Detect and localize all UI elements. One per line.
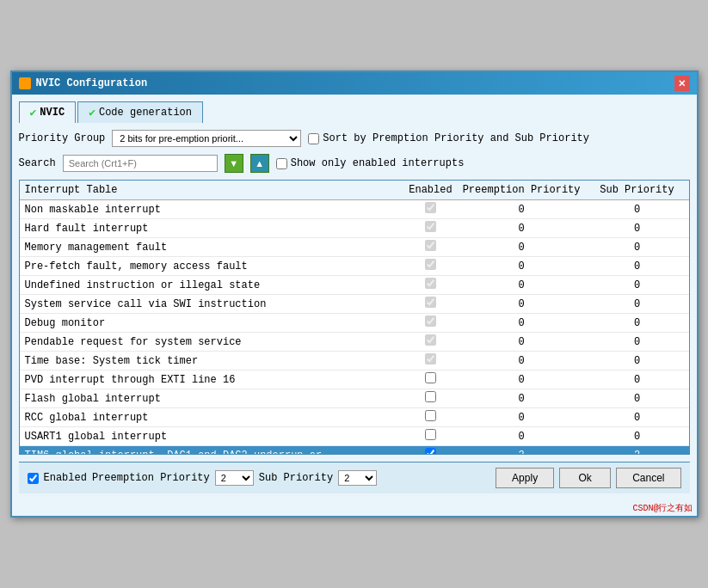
interrupt-enabled-cell[interactable] (403, 352, 457, 371)
interrupt-preemption: 0 (458, 352, 586, 371)
bottom-preemption-select[interactable]: 2013 (215, 470, 254, 486)
title-bar: NVIC Configuration ✕ (12, 72, 697, 95)
interrupt-enabled-checkbox[interactable] (425, 334, 436, 346)
table-row[interactable]: Hard fault interrupt00 (20, 219, 689, 238)
table-row[interactable]: System service call via SWI instruction0… (20, 295, 689, 314)
interrupt-enabled-cell[interactable] (403, 238, 457, 257)
interrupt-sub-priority: 0 (586, 389, 689, 408)
ok-button[interactable]: Ok (559, 468, 611, 488)
interrupt-sub-priority: 0 (586, 352, 689, 371)
interrupt-enabled-cell[interactable] (403, 333, 457, 352)
interrupt-enabled-cell[interactable] (403, 257, 457, 276)
tab-nvic-label: NVIC (40, 107, 65, 119)
arrow-up-button[interactable]: ▲ (250, 154, 269, 173)
interrupt-enabled-checkbox[interactable] (425, 448, 436, 455)
interrupt-enabled-cell[interactable] (403, 200, 457, 219)
interrupt-enabled-checkbox[interactable] (425, 372, 436, 383)
search-input[interactable] (63, 155, 218, 172)
app-icon (19, 77, 31, 89)
search-label: Search (19, 157, 56, 169)
interrupt-enabled-cell[interactable] (403, 314, 457, 333)
interrupt-enabled-checkbox[interactable] (425, 278, 436, 289)
interrupt-name: Memory management fault (20, 238, 404, 257)
table-row[interactable]: Pendable request for system service00 (20, 333, 689, 352)
interrupt-sub-priority: 0 (586, 314, 689, 333)
table-row[interactable]: USART1 global interrupt00 (20, 427, 689, 446)
show-enabled-checkbox[interactable] (276, 158, 287, 169)
bottom-sub-label: Sub Priority (259, 472, 333, 484)
bottom-sub-select[interactable]: 2013 (338, 470, 377, 486)
bottom-controls: Enabled Preemption Priority 2013 Sub Pri… (28, 470, 488, 486)
interrupt-enabled-checkbox[interactable] (425, 353, 436, 364)
interrupt-enabled-cell[interactable] (403, 427, 457, 446)
bottom-enabled-checkbox[interactable] (28, 473, 39, 484)
interrupt-enabled-cell[interactable] (403, 371, 457, 389)
table-row[interactable]: Pre-fetch fault, memory access fault00 (20, 257, 689, 276)
table-row[interactable]: PVD interrupt through EXTI line 1600 (20, 371, 689, 389)
interrupt-enabled-cell[interactable] (403, 295, 457, 314)
interrupt-enabled-checkbox[interactable] (425, 259, 436, 270)
interrupt-preemption: 0 (458, 257, 586, 276)
codegen-check-icon: ✔ (89, 106, 95, 119)
priority-group-label: Priority Group (19, 132, 106, 144)
bottom-enabled-label: Enabled (44, 472, 87, 484)
table-row[interactable]: RCC global interrupt00 (20, 408, 689, 427)
search-row: Search ▼ ▲ Show only enabled interrupts (19, 154, 690, 173)
interrupt-enabled-cell[interactable] (403, 276, 457, 295)
interrupt-sub-priority: 0 (586, 427, 689, 446)
table-row[interactable]: Undefined instruction or illegal state00 (20, 276, 689, 295)
window-title: NVIC Configuration (36, 77, 148, 89)
arrow-down-button[interactable]: ▼ (225, 154, 243, 173)
sort-checkbox[interactable] (308, 133, 319, 144)
table-row[interactable]: Memory management fault00 (20, 238, 689, 257)
interrupt-preemption: 0 (458, 295, 586, 314)
tab-code-generation[interactable]: ✔ Code generation (77, 101, 203, 123)
table-row[interactable]: Flash global interrupt00 (20, 389, 689, 408)
interrupt-preemption: 0 (458, 219, 586, 238)
interrupt-name: System service call via SWI instruction (20, 295, 404, 314)
interrupt-preemption: 2 (458, 446, 586, 456)
interrupt-enabled-checkbox[interactable] (425, 221, 436, 232)
interrupt-name: Debug monitor (20, 314, 404, 333)
close-button[interactable]: ✕ (674, 76, 690, 91)
interrupt-name: RCC global interrupt (20, 408, 404, 427)
interrupt-enabled-checkbox[interactable] (425, 410, 436, 421)
interrupt-enabled-checkbox[interactable] (425, 315, 436, 327)
interrupt-enabled-checkbox[interactable] (425, 240, 436, 251)
interrupt-enabled-checkbox[interactable] (425, 429, 436, 440)
interrupt-name: Pendable request for system service (20, 333, 404, 352)
interrupt-name: Flash global interrupt (20, 389, 404, 408)
tab-nvic[interactable]: ✔ NVIC (19, 101, 77, 123)
interrupt-sub-priority: 0 (586, 333, 689, 352)
window-body: ✔ NVIC ✔ Code generation Priority Group … (12, 95, 697, 500)
table-row[interactable]: TIM6 global interrupt, DAC1 and DAC2 und… (20, 446, 689, 456)
interrupt-enabled-checkbox[interactable] (425, 297, 436, 308)
bottom-preemption-label: Preemption Priority (92, 472, 210, 484)
cancel-button[interactable]: Cancel (616, 468, 680, 488)
interrupt-preemption: 0 (458, 389, 586, 408)
interrupt-enabled-checkbox[interactable] (425, 202, 436, 213)
table-row[interactable]: Non maskable interrupt00 (20, 200, 689, 219)
interrupt-name: TIM6 global interrupt, DAC1 and DAC2 und… (20, 446, 404, 456)
interrupt-preemption: 0 (458, 427, 586, 446)
interrupt-enabled-cell[interactable] (403, 389, 457, 408)
interrupt-table: Interrupt Table Enabled Preemption Prior… (20, 181, 689, 455)
col-enabled: Enabled (403, 181, 457, 200)
interrupt-enabled-checkbox[interactable] (425, 391, 436, 402)
apply-button[interactable]: Apply (496, 468, 554, 488)
interrupt-enabled-cell[interactable] (403, 219, 457, 238)
interrupt-sub-priority: 0 (586, 238, 689, 257)
interrupt-name: PVD interrupt through EXTI line 16 (20, 371, 404, 389)
table-row[interactable]: Debug monitor00 (20, 314, 689, 333)
priority-group-select[interactable]: 2 bits for pre-emption priorit... 1 bit … (112, 130, 301, 147)
interrupt-sub-priority: 0 (586, 371, 689, 389)
interrupt-preemption: 0 (458, 200, 586, 219)
main-window: NVIC Configuration ✕ ✔ NVIC ✔ Code gener… (10, 70, 699, 518)
interrupt-name: Hard fault interrupt (20, 219, 404, 238)
interrupt-enabled-cell[interactable] (403, 446, 457, 456)
table-row[interactable]: Time base: System tick timer00 (20, 352, 689, 371)
tab-bar: ✔ NVIC ✔ Code generation (19, 101, 690, 123)
interrupt-enabled-cell[interactable] (403, 408, 457, 427)
interrupt-name: USART1 global interrupt (20, 427, 404, 446)
col-interrupt-table: Interrupt Table (20, 181, 404, 200)
